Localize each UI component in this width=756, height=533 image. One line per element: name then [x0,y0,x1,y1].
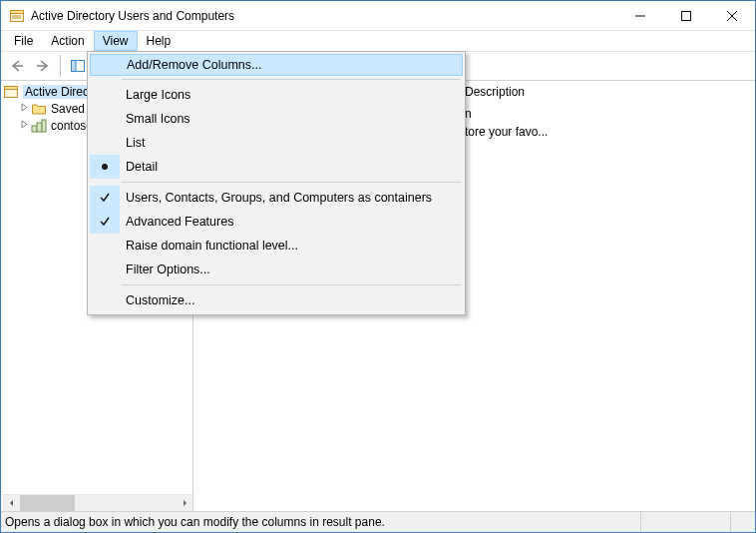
menu-detail[interactable]: Detail [90,155,463,179]
forward-button[interactable] [31,54,55,78]
window-buttons [617,1,755,31]
checkmark-icon [90,210,120,234]
menu-label: Small Icons [120,112,463,126]
menu-label: Filter Options... [120,263,463,276]
menu-view[interactable]: View [94,31,138,51]
menu-label: Users, Contacts, Groups, and Computers a… [120,191,463,205]
app-window: Active Directory Users and Computers Fil… [0,0,756,533]
statusbar-grip [731,512,751,532]
svg-rect-14 [42,120,46,132]
horizontal-scrollbar[interactable] [3,494,192,511]
menu-list[interactable]: List [90,131,463,155]
menubar: File Action View Help [1,31,755,52]
maximize-button[interactable] [663,1,709,31]
view-dropdown: Add/Remove Columns... Large Icons Small … [87,51,466,315]
menu-label: Add/Remove Columns... [121,58,462,72]
menu-gutter [90,258,120,281]
menu-gutter [90,234,120,258]
menu-label: Detail [120,160,463,174]
menu-containers[interactable]: Users, Contacts, Groups, and Computers a… [90,186,463,210]
back-button[interactable] [5,54,29,78]
ad-root-icon [3,84,19,100]
menu-label: List [120,136,463,150]
menu-gutter [90,107,120,131]
toolbar-separator [60,55,61,77]
statusbar-cell [641,512,731,532]
menu-filter-options[interactable]: Filter Options... [90,258,463,281]
expander-icon[interactable] [17,120,31,131]
menu-gutter [90,83,120,107]
statusbar: Opens a dialog box in which you can modi… [1,511,755,532]
statusbar-text: Opens a dialog box in which you can modi… [5,512,641,532]
menu-advanced-features[interactable]: Advanced Features [90,210,463,234]
svg-rect-9 [72,61,77,72]
svg-rect-5 [682,12,691,21]
svg-rect-12 [32,126,37,132]
titlebar: Active Directory Users and Computers [1,1,755,31]
radio-selected-icon [90,155,120,179]
menu-separator [122,284,461,285]
checkmark-icon [90,186,120,210]
menu-gutter [90,288,120,312]
menu-label: Large Icons [120,88,463,102]
svg-rect-13 [37,123,42,132]
scroll-left-button[interactable] [3,495,20,511]
scroll-right-button[interactable] [176,495,192,511]
menu-customize[interactable]: Customize... [90,288,463,312]
app-icon [9,8,25,24]
svg-rect-11 [5,86,18,89]
menu-action[interactable]: Action [42,31,93,51]
menu-raise-domain-level[interactable]: Raise domain functional level... [90,234,463,258]
menu-large-icons[interactable]: Large Icons [90,83,463,107]
menu-add-remove-columns[interactable]: Add/Remove Columns... [90,54,463,76]
scroll-track[interactable] [20,495,176,511]
menu-file[interactable]: File [5,31,42,51]
menu-gutter [90,131,120,155]
menu-label: Advanced Features [120,215,463,229]
column-description[interactable]: Description [465,85,747,105]
menu-label: Raise domain functional level... [120,239,463,253]
menu-separator [122,182,461,183]
cell-desc: n [465,107,747,121]
menu-small-icons[interactable]: Small Icons [90,107,463,131]
expander-icon[interactable] [17,103,31,114]
domain-icon [31,118,47,134]
window-title: Active Directory Users and Computers [31,9,234,23]
cell-desc: tore your favo... [465,125,747,139]
close-button[interactable] [709,1,755,31]
minimize-button[interactable] [617,1,663,31]
menu-gutter [91,55,121,75]
scroll-thumb[interactable] [20,495,75,511]
menu-help[interactable]: Help [138,31,181,51]
tree-root-label: Active Direc [23,85,91,99]
svg-rect-1 [11,10,24,13]
menu-separator [122,79,461,80]
menu-label: Customize... [120,293,463,307]
folder-icon [31,101,47,117]
